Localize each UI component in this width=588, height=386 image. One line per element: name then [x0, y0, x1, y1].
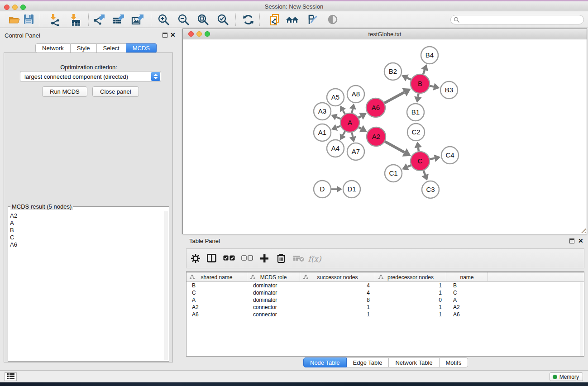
- edge-A2-C[interactable]: [385, 142, 404, 152]
- table-cell[interactable]: A: [186, 296, 247, 304]
- tab-network-table[interactable]: Network Table: [389, 357, 439, 367]
- edge-C-C3[interactable]: [424, 171, 425, 175]
- memory-button[interactable]: Memory: [550, 372, 583, 381]
- edge-A-A3[interactable]: [336, 117, 341, 119]
- table-row[interactable]: A2connector11A2: [186, 304, 584, 311]
- graphics-details-icon[interactable]: [306, 14, 319, 26]
- table-cell[interactable]: A6: [446, 311, 488, 318]
- task-history-icon[interactable]: [5, 372, 17, 381]
- tab-select[interactable]: Select: [97, 43, 126, 53]
- table-cell[interactable]: A6: [186, 311, 247, 318]
- tab-node-table[interactable]: Node Table: [303, 357, 347, 367]
- open-session-icon[interactable]: [7, 14, 20, 26]
- close-panel-button[interactable]: Close panel: [92, 86, 139, 97]
- zoom-selected-icon[interactable]: [216, 14, 229, 26]
- import-network-icon[interactable]: [48, 14, 61, 26]
- table-cell[interactable]: 1: [300, 304, 375, 311]
- table-cell[interactable]: dominator: [247, 296, 300, 304]
- edge-B-B1[interactable]: [418, 94, 418, 97]
- table-cell[interactable]: 1: [375, 289, 446, 296]
- network-graph[interactable]: AA1A2A3A4A5A6A7A8BB1B2B3B4CC1C2C3C4DD1: [183, 40, 587, 234]
- edge-A-A1[interactable]: [336, 126, 340, 127]
- table-cell[interactable]: C: [186, 289, 247, 296]
- export-table-icon[interactable]: [111, 14, 124, 26]
- zoom-out-icon[interactable]: [177, 14, 190, 26]
- edge-A-A4[interactable]: [343, 131, 345, 135]
- control-panel-float-icon[interactable]: [163, 33, 167, 38]
- column-header-name[interactable]: name: [446, 272, 488, 282]
- column-header-MCDS-role[interactable]: MCDS role: [247, 272, 300, 282]
- select-all-icon[interactable]: [222, 252, 236, 266]
- result-scrollbar[interactable]: [164, 211, 168, 360]
- mcds-result-list[interactable]: A2ABCA6: [10, 212, 159, 248]
- search-input[interactable]: [462, 16, 580, 24]
- table-row[interactable]: Cdominator41C: [186, 289, 584, 296]
- table-cell[interactable]: A: [446, 296, 488, 304]
- export-network-icon[interactable]: [92, 14, 105, 26]
- table-cell[interactable]: dominator: [247, 289, 300, 296]
- column-header-shared-name[interactable]: shared name: [186, 272, 247, 282]
- import-table-icon[interactable]: [68, 14, 81, 26]
- refresh-icon[interactable]: [241, 14, 255, 26]
- edge-A-A2[interactable]: [359, 127, 361, 129]
- edge-A-A5[interactable]: [343, 110, 345, 114]
- table-cell[interactable]: C: [446, 289, 488, 296]
- table-cell[interactable]: 1: [375, 311, 446, 318]
- table-cell[interactable]: B: [186, 282, 247, 289]
- settings-gear-icon[interactable]: [188, 252, 203, 266]
- table-scrollbar[interactable]: [580, 282, 583, 356]
- result-item[interactable]: A2: [10, 212, 159, 219]
- table-cell[interactable]: 1: [300, 311, 375, 318]
- result-item[interactable]: A6: [10, 241, 159, 248]
- run-mcds-button[interactable]: Run MCDS: [42, 86, 87, 97]
- save-session-icon[interactable]: [22, 14, 35, 26]
- delete-column-icon[interactable]: [274, 252, 288, 266]
- column-header-successor-nodes[interactable]: successor nodes: [300, 272, 375, 282]
- tab-mcds[interactable]: MCDS: [126, 43, 157, 53]
- clone-network-icon[interactable]: [268, 14, 282, 26]
- column-layout-icon[interactable]: [205, 252, 219, 266]
- show-hide-icon[interactable]: [326, 14, 339, 26]
- table-cell[interactable]: B: [446, 282, 488, 289]
- table-row[interactable]: Adominator80A: [186, 296, 584, 304]
- optimization-select[interactable]: largest connected component (directed): [20, 71, 161, 82]
- session-titlebar[interactable]: Session: New Session: [0, 1, 588, 11]
- result-item[interactable]: B: [10, 227, 159, 234]
- edge-A6-B[interactable]: [384, 92, 404, 103]
- table-cell[interactable]: 4: [300, 289, 375, 296]
- table-cell[interactable]: 8: [300, 296, 375, 304]
- column-header-predecessor-nodes[interactable]: predecessor nodes: [375, 272, 446, 282]
- edge-B-B2[interactable]: [407, 78, 411, 80]
- table-cell[interactable]: 4: [300, 282, 375, 289]
- table-cell[interactable]: 1: [375, 304, 446, 311]
- network-view-window[interactable]: testGlobe.txt AA1A2A3A4A5A6A7A8BB1B2B3B4…: [182, 29, 587, 234]
- table-row[interactable]: Bdominator41B: [186, 282, 584, 289]
- table-cell[interactable]: A2: [186, 304, 247, 311]
- home-layout-icon[interactable]: [286, 14, 299, 26]
- network-window-titlebar[interactable]: testGlobe.txt: [183, 29, 587, 39]
- edge-C-C4[interactable]: [430, 158, 435, 159]
- zoom-in-icon[interactable]: [157, 14, 170, 26]
- edge-C-C2[interactable]: [418, 148, 419, 151]
- tab-style[interactable]: Style: [71, 43, 97, 53]
- table-row[interactable]: A6connector11A6: [186, 311, 584, 318]
- control-panel-close-icon[interactable]: ✕: [170, 33, 176, 38]
- result-item[interactable]: A: [10, 219, 159, 227]
- table-cell[interactable]: dominator: [247, 282, 300, 289]
- table-panel-float-icon[interactable]: [569, 238, 574, 243]
- table-cell[interactable]: A2: [446, 304, 488, 311]
- zoom-fit-icon[interactable]: [196, 14, 210, 26]
- edge-C-C1[interactable]: [407, 165, 411, 167]
- add-column-icon[interactable]: [257, 252, 272, 266]
- edge-A-A6[interactable]: [359, 116, 361, 118]
- tab-edge-table[interactable]: Edge Table: [347, 357, 389, 367]
- tab-network[interactable]: Network: [35, 43, 71, 53]
- edge-A-A7[interactable]: [352, 133, 353, 137]
- search-field[interactable]: [450, 15, 584, 24]
- node-table[interactable]: shared nameMCDS rolesuccessor nodesprede…: [186, 272, 584, 357]
- deselect-all-icon[interactable]: [240, 252, 254, 266]
- table-cell[interactable]: 1: [375, 282, 446, 289]
- edge-B-B4[interactable]: [423, 70, 425, 74]
- edge-A-A8[interactable]: [352, 109, 353, 113]
- table-cell[interactable]: connector: [247, 311, 300, 318]
